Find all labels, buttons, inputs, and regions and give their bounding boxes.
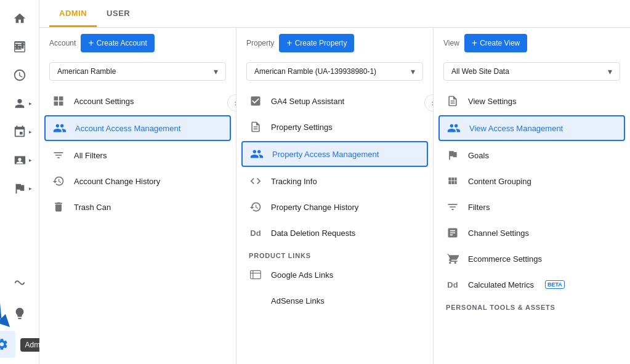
people-icon — [53, 121, 67, 135]
view-access-management-item[interactable]: View Access Management — [438, 115, 625, 141]
sidebar-item-behavior[interactable] — [6, 147, 33, 174]
create-account-button[interactable]: + Create Account — [81, 34, 154, 52]
account-change-history-item[interactable]: Account Change History — [39, 168, 236, 194]
account-menu-list: Account Settings Account Access Manageme… — [39, 86, 236, 222]
trash-can-item[interactable]: Trash Can — [39, 194, 236, 220]
account-access-management-item[interactable]: Account Access Management — [44, 115, 231, 141]
account-dropdown-arrow: ▾ — [214, 67, 218, 76]
sidebar: Admin — [0, 0, 39, 364]
sidebar-item-conversions[interactable] — [6, 175, 33, 202]
ecommerce-settings-item[interactable]: Ecommerce Settings — [434, 246, 630, 272]
view-filters-item[interactable]: Filters — [434, 194, 630, 220]
view-dropdown[interactable]: All Web Site Data ▾ — [443, 62, 620, 81]
adsense-icon — [249, 294, 262, 307]
goals-item[interactable]: Goals — [434, 142, 630, 168]
all-filters-item[interactable]: All Filters — [39, 142, 236, 168]
svg-rect-2 — [18, 46, 21, 49]
beta-badge: BETA — [545, 280, 565, 289]
property-column-header: Property + Create Property — [236, 28, 433, 57]
data-deletion-item[interactable]: Dd Data Deletion Requests — [236, 220, 433, 246]
admin-columns: Account + Create Account American Ramble… — [39, 28, 630, 364]
code-icon — [249, 174, 262, 188]
personal-tools-section-header: PERSONAL TOOLS & ASSETS — [434, 297, 630, 313]
account-dropdown[interactable]: American Ramble ▾ — [49, 62, 226, 81]
ads-icon — [249, 268, 262, 281]
channel-icon — [446, 226, 459, 240]
content-icon — [446, 174, 459, 188]
grid-icon — [52, 94, 65, 108]
dd-icon-2: Dd — [446, 278, 459, 291]
create-property-button[interactable]: + Create Property — [279, 34, 354, 52]
account-column-header: Account + Create Account — [39, 28, 236, 57]
view-label: View — [443, 39, 459, 47]
sidebar-item-audience[interactable] — [6, 90, 33, 117]
svg-rect-4 — [251, 270, 261, 278]
property-settings-item[interactable]: Property Settings — [236, 114, 433, 140]
account-settings-item[interactable]: Account Settings — [39, 88, 236, 114]
history-icon — [52, 174, 65, 188]
tracking-info-item[interactable]: Tracking Info — [236, 168, 433, 194]
property-dropdown[interactable]: American Ramble (UA-139938980-1) ▾ — [246, 62, 423, 81]
tab-user[interactable]: USER — [97, 0, 140, 27]
product-links-section-header: PRODUCT LINKS — [236, 246, 433, 262]
cart-icon — [446, 252, 459, 265]
property-change-history-item[interactable]: Property Change History — [236, 194, 433, 220]
sidebar-item-realtime[interactable] — [6, 62, 33, 89]
sidebar-item-acquisition[interactable] — [6, 118, 33, 145]
arrow-annotation — [0, 281, 13, 330]
account-column: Account + Create Account American Ramble… — [39, 28, 236, 364]
ga4-setup-assistant-item[interactable]: GA4 Setup Assistant — [236, 88, 433, 114]
property-access-management-item[interactable]: Property Access Management — [241, 141, 428, 167]
view-settings-item[interactable]: View Settings — [434, 88, 630, 114]
property-menu-list: GA4 Setup Assistant Property Settings Pr… — [236, 86, 433, 316]
view-column-header: View + Create View — [434, 28, 630, 57]
property-column: Property + Create Property American Ramb… — [236, 28, 434, 364]
create-view-button[interactable]: + Create View — [464, 34, 528, 52]
svg-rect-1 — [15, 44, 18, 48]
sidebar-item-reports[interactable] — [6, 33, 33, 60]
trash-icon — [52, 200, 65, 214]
google-ads-links-item[interactable]: Google Ads Links — [236, 262, 433, 288]
people-icon-2 — [250, 147, 264, 161]
document-icon — [249, 120, 262, 134]
main-content: ADMIN USER Account + Create Account Amer… — [39, 0, 630, 364]
view-menu-list: View Settings View Access Management Goa… — [434, 86, 630, 316]
dd-icon: Dd — [249, 226, 262, 240]
account-label: Account — [49, 39, 76, 47]
history-icon-2 — [249, 200, 262, 214]
sidebar-item-admin[interactable] — [0, 331, 15, 358]
people-icon-3 — [447, 121, 461, 135]
adsense-links-item[interactable]: AdSense Links — [236, 288, 433, 313]
view-dropdown-arrow: ▾ — [608, 67, 612, 76]
document-icon-2 — [446, 94, 459, 108]
content-grouping-item[interactable]: Content Grouping — [434, 168, 630, 194]
property-label: Property — [246, 39, 274, 47]
svg-rect-3 — [21, 43, 23, 49]
filter-icon — [52, 148, 65, 162]
flag-icon — [446, 148, 459, 162]
calculated-metrics-item[interactable]: Dd Calculated Metrics BETA — [434, 272, 630, 297]
checkbox-icon — [249, 94, 262, 108]
channel-settings-item[interactable]: Channel Settings — [434, 220, 630, 246]
tab-admin[interactable]: ADMIN — [49, 0, 97, 27]
sidebar-item-home[interactable] — [6, 5, 33, 32]
property-dropdown-arrow: ▾ — [411, 67, 415, 76]
view-column: View + Create View All Web Site Data ▾ V… — [434, 28, 630, 364]
filter-icon-2 — [446, 200, 459, 214]
tabs-bar: ADMIN USER — [39, 0, 630, 28]
